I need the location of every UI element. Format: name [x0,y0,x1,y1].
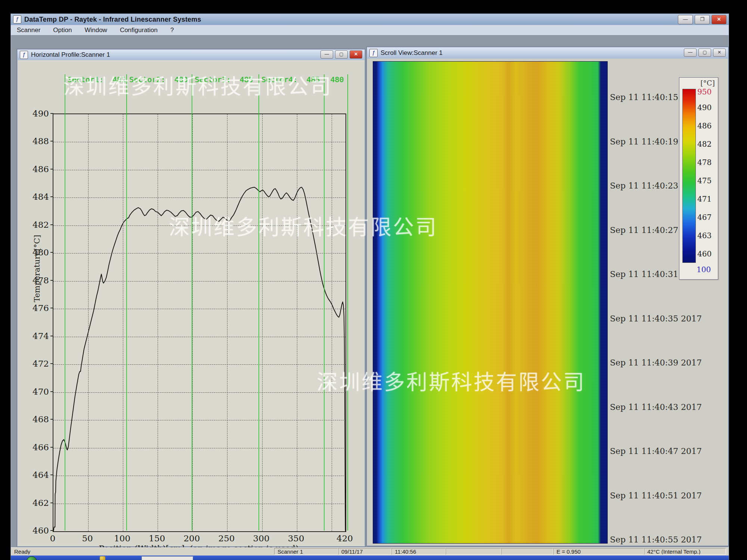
timestamp-row: Sep 11 11:40:55 2017 [610,535,702,544]
grid-line-vertical [332,114,332,531]
grid-line-vertical [123,114,123,531]
y-tick-label: 486 [28,164,49,174]
profile-window-controls: — ▢ ✕ [320,50,362,59]
y-tick-label: 464 [28,470,49,480]
temperature-curve [53,114,345,531]
color-gradient-bar [682,89,696,263]
close-button[interactable]: ✕ [350,50,362,59]
restore-button[interactable]: ❐ [695,15,710,24]
minimize-button[interactable]: — [320,50,333,59]
grid-line-horizontal [53,142,345,142]
maximize-button[interactable]: ▢ [335,50,348,59]
minimize-button[interactable]: — [678,15,693,24]
grid-line-vertical [227,114,227,531]
y-tick-label: 462 [28,498,49,508]
scale-tick-label: 486 [697,121,712,130]
sector-label-3: Sector3: 485 [195,75,253,84]
profile-titlebar[interactable]: ƒ Horizontal Profile:Scanner 1 — ▢ ✕ [18,50,365,60]
timestamp-row: Sep 11 11:40:47 2017 [610,447,702,456]
menu-item-scanner[interactable]: Scanner [17,27,40,34]
y-axis-title: Temperature[°C] [32,235,41,302]
mdi-client-area: ƒ Horizontal Profile:Scanner 1 — ▢ ✕ Tem… [12,35,728,559]
taskbar-app-icon[interactable] [100,556,105,560]
scroll-window-title: Scroll View:Scanner 1 [381,49,443,57]
x-tick-label: 150 [149,533,165,543]
y-tick-label: 480 [28,248,49,257]
y-tick-label: 476 [28,303,49,313]
menu-item-option[interactable]: Option [53,27,72,34]
maximize-button[interactable]: ▢ [698,49,711,57]
status-internal-temp: 42°C (Internal Temp.) [644,548,726,555]
close-button[interactable]: ✕ [713,49,726,57]
color-scale-panel: [°C] 950 490486482478475471467463460 100 [679,77,718,280]
sector-label-2: Sector2: 483 [129,75,188,84]
grid-line-horizontal [53,170,345,170]
scale-tick-label: 490 [697,103,712,112]
x-tick-label: 100 [114,533,130,543]
x-tick-label: 420 [337,533,353,543]
scale-unit-label: [°C] [700,79,715,87]
scroll-window-icon: ƒ [369,49,378,57]
y-tick-label: 482 [28,220,49,230]
profile-window-title: Horizontal Profile:Scanner 1 [31,51,110,59]
menu-item-?[interactable]: ? [170,27,174,34]
scale-tick-label: 463 [697,231,712,240]
sector-divider-line [65,74,65,531]
timestamp-row: Sep 11 11:40:51 2017 [610,491,702,500]
y-tick-label: 490 [28,109,49,118]
x-tick-label: 300 [253,533,270,543]
sector-divider-line [324,74,325,531]
grid-line-horizontal [53,197,345,198]
y-tick-label: 474 [28,331,49,341]
scale-tick-label: 467 [697,213,712,222]
menu-item-window[interactable]: Window [84,27,107,34]
status-date: 09/11/17 [338,548,391,555]
grid-line-horizontal [53,364,345,365]
grid-line-horizontal [53,337,345,337]
x-tick-label: 0 [50,533,56,543]
x-tick-label: 50 [82,533,93,543]
status-time: 11:40:56 [391,548,446,555]
status-emissivity: E = 0.950 [553,548,644,555]
scroll-titlebar[interactable]: ƒ Scroll View:Scanner 1 — ▢ ✕ [367,47,728,59]
grid-line-vertical [192,114,193,531]
profile-plot [53,113,346,532]
grid-line-horizontal [53,253,345,253]
close-button[interactable]: ✕ [712,15,726,24]
sector-divider-line [258,74,259,531]
thermal-scan-image [373,61,608,544]
main-window-title: DataTemp DP - Raytek - Infrared Linescan… [24,16,201,24]
timestamp-row: Sep 11 11:40:39 2017 [610,358,702,367]
scale-tick-label: 482 [697,140,712,149]
y-tick-label: 466 [28,442,49,452]
grid-line-horizontal [53,476,345,476]
scale-tick-label: 475 [697,176,712,185]
status-empty-1 [446,548,501,555]
status-bar: Ready Scanner 1 09/11/17 11:40:56 E = 0.… [11,547,729,556]
scale-over-range: 950 [697,87,712,96]
sector-label-1: Sector1: 481 [68,75,126,84]
menu-item-configuration[interactable]: Configuration [120,27,158,34]
taskbar-item[interactable] [142,556,193,560]
x-tick-label: 350 [288,533,304,543]
grid-line-horizontal [53,448,345,448]
start-button[interactable] [27,556,37,560]
scale-under-range: 100 [697,265,711,274]
scale-tick-label: 460 [697,249,712,258]
timestamp-row: Sep 11 11:40:35 2017 [610,314,702,323]
sector-edge-value: 480 [330,75,344,84]
sector-divider-line [192,74,192,531]
main-titlebar[interactable]: ƒ DataTemp DP - Raytek - Infrared Linesc… [11,14,729,25]
datatemp-main-window: ƒ DataTemp DP - Raytek - Infrared Linesc… [10,13,729,560]
y-tick-label: 460 [28,526,49,535]
minimize-button[interactable]: — [684,49,697,57]
scroll-view-body: Sep 11 11:40:15 201Sep 11 11:40:19 201Se… [367,59,728,545]
monitor-screen: ƒ DataTemp DP - Raytek - Infrared Linesc… [10,13,729,560]
app-icon: ƒ [13,15,21,24]
main-window-controls: — ❐ ✕ [678,15,726,24]
grid-line-vertical [158,114,158,531]
scale-tick-label: 471 [697,195,712,203]
grid-line-vertical [88,114,89,531]
profile-window-icon: ƒ [20,51,28,59]
y-tick-label: 488 [28,136,49,146]
